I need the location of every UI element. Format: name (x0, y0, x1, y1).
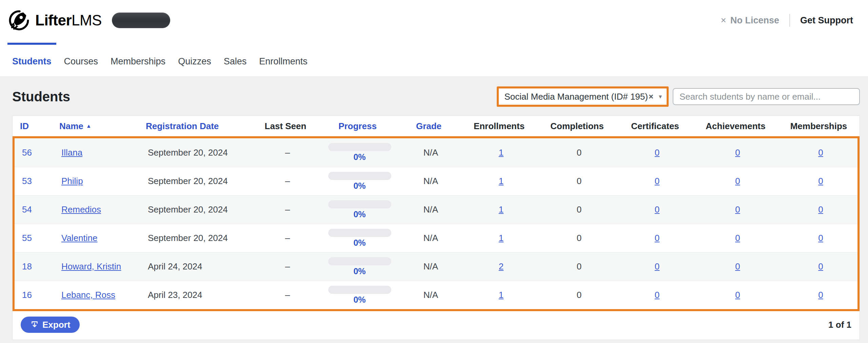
certificates-link[interactable]: 0 (655, 261, 659, 272)
achievements-link[interactable]: 0 (735, 233, 740, 243)
tab-students[interactable]: Students (12, 56, 52, 67)
grade-value: N/A (423, 176, 438, 186)
certificates-link[interactable]: 0 (655, 204, 659, 215)
column-header-id[interactable]: ID ▲ (13, 121, 50, 132)
column-header-memberships: Memberships ▲ (777, 121, 860, 132)
table-footer: Export 1 of 1 (13, 311, 860, 340)
search-input[interactable] (673, 88, 860, 105)
column-header-registration-date[interactable]: Registration Date ▲ (136, 121, 253, 132)
table-row: 55 Valentine September 20, 2024 – 0% N/A… (15, 224, 857, 252)
filter-highlight-annotation: Social Media Management (ID# 195)× ▾ (497, 86, 669, 107)
pagination-status: 1 of 1 (828, 320, 851, 330)
student-id-link[interactable]: 56 (22, 147, 32, 158)
remove-filter-icon[interactable]: × (649, 92, 653, 101)
progress-percent: 0% (353, 295, 366, 305)
student-id-link[interactable]: 55 (22, 233, 32, 243)
grade-value: N/A (423, 290, 438, 300)
achievements-link[interactable]: 0 (735, 204, 740, 215)
column-header-certificates: Certificates ▲ (616, 121, 694, 132)
registration-date: April 24, 2024 (148, 261, 202, 272)
tab-quizzes[interactable]: Quizzes (178, 56, 211, 67)
brand-name-lifter: Lifter (35, 12, 72, 28)
certificates-link[interactable]: 0 (655, 176, 659, 186)
course-filter-select[interactable]: Social Media Management (ID# 195)× ▾ (499, 88, 667, 105)
progress-percent: 0% (353, 181, 366, 191)
column-header-progress[interactable]: Progress ▲ (318, 121, 397, 132)
student-name-link[interactable]: Howard, Kristin (61, 261, 121, 272)
achievements-link[interactable]: 0 (735, 176, 740, 186)
column-header-label: Enrollments (474, 121, 525, 132)
column-header-label: Last Seen (265, 121, 307, 132)
redacted-badge (112, 13, 170, 28)
achievements-link[interactable]: 0 (735, 261, 740, 272)
certificates-link[interactable]: 0 (655, 233, 659, 243)
progress-bar (328, 172, 391, 180)
table-row: 53 Philip September 20, 2024 – 0% N/A 1 … (15, 167, 857, 195)
get-support-link[interactable]: Get Support (800, 15, 853, 26)
enrollments-link[interactable]: 1 (499, 176, 504, 186)
student-id-link[interactable]: 54 (22, 204, 32, 215)
certificates-link[interactable]: 0 (655, 147, 659, 158)
enrollments-link[interactable]: 1 (499, 147, 504, 158)
memberships-link[interactable]: 0 (818, 261, 823, 272)
student-id-link[interactable]: 18 (22, 261, 32, 272)
tab-enrollments[interactable]: Enrollments (259, 56, 308, 67)
table-row: 16 Lebanc, Ross April 23, 2024 – 0% N/A … (15, 281, 857, 309)
table-row: 56 Illana September 20, 2024 – 0% N/A 1 … (15, 138, 857, 167)
registration-date: September 20, 2024 (148, 176, 228, 186)
column-header-label: Achievements (706, 121, 765, 132)
tab-courses[interactable]: Courses (64, 56, 98, 67)
export-button[interactable]: Export (21, 317, 80, 333)
column-header-label: Memberships (790, 121, 847, 132)
column-header-label: Completions (550, 121, 604, 132)
enrollments-link[interactable]: 2 (499, 261, 504, 272)
student-id-link[interactable]: 53 (22, 176, 32, 186)
progress-percent: 0% (353, 266, 366, 276)
memberships-link[interactable]: 0 (818, 233, 823, 243)
student-name-link[interactable]: Valentine (61, 233, 98, 243)
topbar-divider (789, 14, 790, 27)
registration-date: September 20, 2024 (148, 204, 228, 215)
memberships-link[interactable]: 0 (818, 176, 823, 186)
achievements-link[interactable]: 0 (735, 290, 740, 300)
enrollments-link[interactable]: 1 (499, 290, 504, 300)
page-title: Students (12, 89, 70, 104)
memberships-link[interactable]: 0 (818, 290, 823, 300)
download-icon (30, 320, 39, 329)
column-header-name[interactable]: Name ▲ (50, 121, 136, 132)
column-header-last-seen: Last Seen ▲ (253, 121, 318, 132)
grade-value: N/A (423, 204, 438, 215)
last-seen-value: – (285, 290, 290, 300)
student-name-link[interactable]: Philip (61, 176, 83, 186)
completions-count: 0 (577, 147, 581, 158)
no-license-x-icon: × (721, 15, 726, 26)
column-header-grade[interactable]: Grade ▲ (397, 121, 460, 132)
registration-date: September 20, 2024 (148, 147, 228, 158)
enrollments-link[interactable]: 1 (499, 233, 504, 243)
grade-value: N/A (423, 261, 438, 272)
rows-highlight-annotation: 56 Illana September 20, 2024 – 0% N/A 1 … (13, 136, 860, 311)
tab-sales[interactable]: Sales (224, 56, 247, 67)
progress-percent: 0% (353, 209, 366, 219)
topbar-right: × No License Get Support (721, 14, 853, 27)
certificates-link[interactable]: 0 (655, 290, 659, 300)
memberships-link[interactable]: 0 (818, 204, 823, 215)
enrollments-link[interactable]: 1 (499, 204, 504, 215)
completions-count: 0 (577, 233, 581, 243)
student-id-link[interactable]: 16 (22, 290, 32, 300)
rocket-icon (7, 9, 31, 32)
progress-bar (328, 257, 391, 265)
grade-value: N/A (423, 233, 438, 243)
student-name-link[interactable]: Remedios (61, 204, 101, 215)
student-name-link[interactable]: Lebanc, Ross (61, 290, 115, 300)
last-seen-value: – (285, 261, 290, 272)
chevron-down-icon: ▾ (659, 93, 662, 100)
column-header-label: Certificates (631, 121, 679, 132)
memberships-link[interactable]: 0 (818, 147, 823, 158)
student-name-link[interactable]: Illana (61, 147, 82, 158)
content-area: Students Social Media Management (ID# 19… (0, 86, 868, 340)
license-status-label: No License (730, 15, 779, 26)
achievements-link[interactable]: 0 (735, 147, 740, 158)
last-seen-value: – (285, 147, 290, 158)
tab-memberships[interactable]: Memberships (111, 56, 165, 67)
